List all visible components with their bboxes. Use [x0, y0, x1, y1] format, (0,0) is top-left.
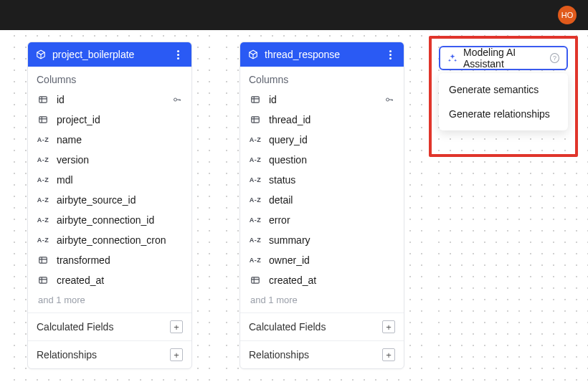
svg-rect-7 — [252, 117, 260, 123]
sparkle-icon — [447, 53, 457, 63]
column-row[interactable]: project_id — [28, 110, 191, 130]
columns-label: Columns — [240, 67, 404, 90]
column-name: error — [269, 214, 290, 226]
calculated-fields-label: Calculated Fields — [249, 321, 326, 333]
column-row[interactable]: created_at — [240, 270, 404, 290]
column-row[interactable]: A-Zowner_id — [240, 250, 404, 270]
modeling-ai-assistant-button[interactable]: Modeling AI Assistant ? — [439, 46, 568, 70]
column-type-icon — [37, 115, 49, 125]
column-name: created_at — [269, 274, 316, 286]
column-list: idthread_idA-Zquery_idA-ZquestionA-Zstat… — [240, 90, 404, 290]
column-name: owner_id — [269, 254, 310, 266]
column-name: id — [269, 94, 277, 105]
column-name: transformed — [57, 254, 110, 266]
text-type-icon: A-Z — [37, 176, 49, 183]
text-type-icon: A-Z — [249, 196, 262, 204]
calculated-fields-label: Calculated Fields — [37, 321, 113, 333]
column-row[interactable]: A-Zairbyte_source_id — [28, 190, 191, 210]
column-name: airbyte_connection_id — [57, 214, 154, 226]
column-name: name — [57, 134, 82, 145]
calculated-fields-row: Calculated Fields + — [240, 312, 404, 340]
card-title: project_boilerplate — [52, 49, 134, 60]
avatar[interactable]: HO — [558, 6, 577, 24]
text-type-icon: A-Z — [249, 237, 262, 244]
column-name: detail — [269, 194, 293, 206]
relationships-row: Relationships + — [28, 340, 191, 368]
relationships-row: Relationships + — [240, 340, 404, 368]
kebab-icon[interactable] — [171, 48, 184, 61]
more-columns-label[interactable]: and 1 more — [240, 290, 404, 312]
svg-rect-8 — [252, 277, 260, 283]
more-columns-label[interactable]: and 1 more — [28, 290, 191, 312]
text-type-icon: A-Z — [37, 136, 49, 143]
column-name: created_at — [57, 274, 104, 286]
svg-point-1 — [174, 98, 177, 101]
column-row[interactable]: created_at — [28, 270, 191, 290]
text-type-icon: A-Z — [37, 156, 49, 163]
relationships-label: Relationships — [249, 349, 309, 360]
column-type-icon — [37, 275, 49, 285]
add-calculated-field-button[interactable]: + — [382, 320, 395, 333]
add-relationship-button[interactable]: + — [382, 348, 395, 361]
text-type-icon: A-Z — [249, 156, 262, 163]
generate-semantics-item[interactable]: Generate semantics — [439, 77, 568, 102]
text-type-icon: A-Z — [249, 176, 262, 183]
column-row[interactable]: A-Zversion — [28, 150, 191, 170]
column-row[interactable]: A-Zstatus — [240, 170, 404, 190]
text-type-icon: A-Z — [37, 216, 49, 224]
card-header: thread_response — [240, 42, 404, 67]
column-row[interactable]: A-Zairbyte_connection_id — [28, 210, 191, 230]
column-name: airbyte_source_id — [57, 194, 136, 206]
kebab-icon[interactable] — [384, 48, 397, 61]
column-row[interactable]: A-Zmdl — [28, 170, 191, 190]
column-name: question — [269, 154, 307, 166]
add-calculated-field-button[interactable]: + — [170, 320, 183, 333]
text-type-icon: A-Z — [37, 237, 49, 244]
column-type-icon — [249, 95, 262, 105]
column-row[interactable]: A-Zsummary — [240, 230, 404, 250]
column-row[interactable]: A-Zquestion — [240, 150, 404, 170]
columns-label: Columns — [28, 67, 191, 90]
canvas: project_boilerplate Columns idproject_id… — [0, 30, 588, 382]
relationships-label: Relationships — [37, 349, 97, 360]
table-card-project-boilerplate[interactable]: project_boilerplate Columns idproject_id… — [27, 42, 192, 369]
column-name: id — [57, 94, 65, 105]
table-card-thread-response[interactable]: thread_response Columns idthread_idA-Zqu… — [240, 42, 404, 369]
svg-rect-4 — [39, 277, 47, 283]
column-row[interactable]: A-Zname — [28, 130, 191, 150]
svg-rect-0 — [39, 97, 47, 102]
column-name: version — [57, 154, 89, 166]
column-name: status — [269, 174, 295, 186]
text-type-icon: A-Z — [249, 216, 262, 224]
column-name: query_id — [269, 134, 308, 145]
add-relationship-button[interactable]: + — [170, 348, 183, 361]
column-row[interactable]: A-Zdetail — [240, 190, 404, 210]
column-type-icon — [37, 95, 49, 105]
column-row[interactable]: thread_id — [240, 110, 404, 130]
cube-icon — [247, 49, 259, 60]
column-row[interactable]: id — [28, 90, 191, 110]
topbar: HO — [0, 0, 588, 30]
column-name: thread_id — [269, 114, 310, 125]
column-row[interactable]: transformed — [28, 250, 191, 270]
cube-icon — [35, 49, 47, 60]
column-name: mdl — [57, 174, 73, 186]
column-row[interactable]: A-Zairbyte_connection_cron — [28, 230, 191, 250]
column-type-icon — [249, 115, 262, 125]
help-icon[interactable]: ? — [550, 53, 559, 63]
column-row[interactable]: A-Zquery_id — [240, 130, 404, 150]
text-type-icon: A-Z — [249, 257, 262, 264]
text-type-icon: A-Z — [37, 196, 49, 204]
text-type-icon: A-Z — [249, 136, 262, 143]
column-name: airbyte_connection_cron — [57, 234, 166, 246]
column-row[interactable]: id — [240, 90, 404, 110]
svg-rect-5 — [252, 97, 260, 102]
primary-key-icon — [171, 95, 183, 104]
generate-relationships-item[interactable]: Generate relationships — [439, 102, 568, 126]
column-row[interactable]: A-Zerror — [240, 210, 404, 230]
column-type-icon — [37, 255, 49, 265]
column-list: idproject_idA-ZnameA-ZversionA-ZmdlA-Zai… — [28, 90, 191, 290]
card-title: thread_response — [265, 49, 340, 60]
svg-point-6 — [387, 98, 389, 101]
column-name: project_id — [57, 114, 100, 125]
